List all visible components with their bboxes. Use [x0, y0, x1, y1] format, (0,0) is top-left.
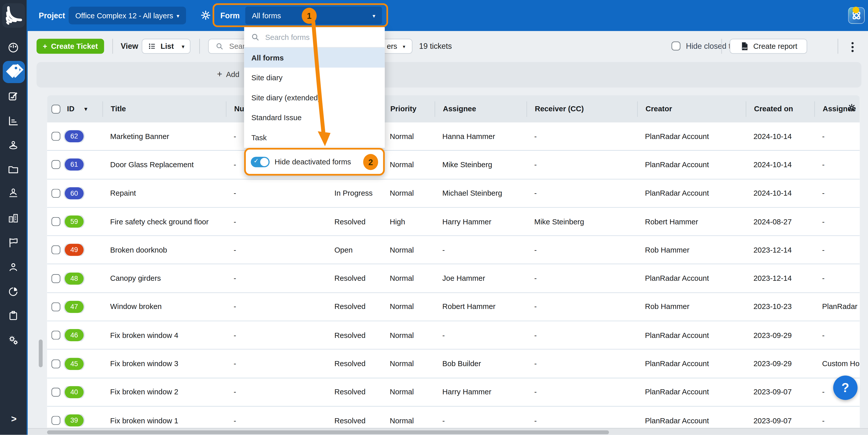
- check-icon: ✓: [253, 157, 258, 165]
- row-checkbox[interactable]: [47, 388, 63, 397]
- table-row[interactable]: 46 Fix broken window 4 - Resolved Normal…: [47, 321, 860, 350]
- sidebar-item-statistics[interactable]: [0, 110, 27, 132]
- row-checkbox[interactable]: [47, 416, 63, 425]
- ticket-id-cell: 49: [64, 244, 102, 256]
- hide-deactivated-toggle[interactable]: ✓: [251, 156, 270, 167]
- ticket-assignee-cell: -: [435, 416, 526, 425]
- row-checkbox[interactable]: [47, 274, 63, 283]
- help-button[interactable]: ?: [833, 376, 858, 400]
- form-search-input[interactable]: [264, 32, 366, 42]
- column-header-title[interactable]: Title: [102, 101, 226, 117]
- hide-deactivated-forms-row: ✓ Hide deactivated forms 2: [244, 148, 385, 176]
- sidebar-item-projects[interactable]: [0, 207, 27, 229]
- row-checkbox[interactable]: [47, 331, 63, 340]
- ticket-id-cell: 62: [64, 130, 102, 143]
- create-report-button[interactable]: PDF Create report: [730, 39, 807, 54]
- form-option[interactable]: All forms: [244, 48, 385, 67]
- sidebar-item-site-diary[interactable]: [0, 85, 27, 108]
- ticket-id-cell: 47: [64, 301, 102, 313]
- ticket-status-cell: Open: [327, 246, 382, 254]
- table-row[interactable]: 62 Marketing Banner - Normal Hanna Hamme…: [47, 122, 860, 151]
- form-option[interactable]: Site diary: [244, 67, 385, 88]
- hide-closed-checkbox[interactable]: [672, 42, 680, 51]
- vertical-scrollbar-thumb[interactable]: [39, 340, 43, 367]
- ticket-id-cell: 39: [64, 414, 102, 427]
- sidebar-item-tickets-active[interactable]: [3, 61, 25, 83]
- form-dropdown-panel: All formsSite diarySite diary (extended)…: [244, 27, 385, 148]
- hide-deactivated-label: Hide deactivated forms: [275, 157, 351, 166]
- ticket-id-badge: 39: [65, 414, 84, 427]
- project-settings-button[interactable]: [200, 9, 212, 21]
- planradar-app: > Project Office Complex 12 - All layers…: [0, 0, 868, 435]
- add-filter-button[interactable]: + Add: [217, 66, 240, 82]
- ticket-status-cell: In Progress: [327, 189, 382, 197]
- table-row[interactable]: 61 Door Glass Replacement - Normal Mike …: [47, 151, 860, 179]
- sort-caret-icon[interactable]: ▾: [84, 106, 87, 112]
- create-ticket-button[interactable]: + Create Ticket: [37, 39, 104, 54]
- row-checkbox[interactable]: [47, 160, 63, 169]
- table-row[interactable]: 45 Fix broken window 3 - Resolved Normal…: [47, 350, 860, 378]
- ticket-priority-cell: Normal: [382, 359, 435, 368]
- sidebar-item-approvals[interactable]: [0, 183, 27, 205]
- form-search-row[interactable]: [244, 27, 385, 48]
- project-dropdown[interactable]: Office Complex 12 - All layers ▾: [68, 7, 186, 24]
- view-mode-dropdown[interactable]: List ▾: [142, 39, 190, 54]
- ticket-creator-cell: PlanRadar Account: [637, 388, 746, 396]
- gear-icon: [847, 103, 856, 112]
- sidebar-item-reports[interactable]: [0, 280, 27, 302]
- table-row[interactable]: 59 Fire safety check ground floor - Reso…: [47, 208, 860, 236]
- form-option[interactable]: Standard Issue: [244, 108, 385, 128]
- column-settings-button[interactable]: [847, 103, 856, 112]
- sidebar-item-dashboard[interactable]: [0, 37, 27, 59]
- horizontal-scrollbar-thumb[interactable]: [47, 430, 609, 434]
- column-header-receiver[interactable]: Receiver (CC): [526, 101, 637, 117]
- sidebar-nav: >: [0, 0, 28, 435]
- ticket-title-cell: Fix broken window 3: [102, 359, 226, 368]
- ticket-id-badge: 48: [65, 272, 84, 285]
- sidebar-item-contacts[interactable]: [0, 256, 27, 278]
- sidebar-item-tasks[interactable]: [0, 304, 27, 327]
- column-header-assignee[interactable]: Assignee: [435, 101, 526, 117]
- sidebar-item-documents[interactable]: [0, 158, 27, 180]
- sidebar-item-flags[interactable]: [0, 231, 27, 254]
- ticket-assignee-cell: Joe Hammer: [435, 274, 526, 283]
- row-checkbox[interactable]: [47, 189, 63, 198]
- ticket-assignee-cell: -: [435, 331, 526, 340]
- row-checkbox[interactable]: [47, 217, 63, 226]
- stamp-icon: [7, 188, 19, 200]
- table-row[interactable]: 39 Fix broken window 1 - Resolved Normal…: [47, 407, 860, 428]
- select-all-checkbox[interactable]: [47, 101, 63, 117]
- table-row[interactable]: 48 Canopy girders - Resolved Normal Joe …: [47, 264, 860, 293]
- ticket-assigned-cell: -: [814, 246, 860, 254]
- planradar-logo[interactable]: [2, 3, 25, 28]
- gears-icon: [7, 334, 19, 346]
- ticket-created-on-cell: 2023-09-07: [746, 416, 814, 425]
- ticket-status-cell: Resolved: [327, 274, 382, 283]
- sidebar-collapse-chevron[interactable]: >: [0, 411, 28, 428]
- filter-bar: [37, 62, 861, 87]
- row-checkbox[interactable]: [47, 132, 63, 141]
- topbar: Project Office Complex 12 - All layers ▾…: [28, 0, 868, 31]
- table-row[interactable]: 47 Window broken - Resolved Normal Rober…: [47, 293, 860, 321]
- ticket-receiver-cell: -: [526, 274, 637, 283]
- pie-chart-icon: [7, 285, 19, 297]
- form-option[interactable]: Site diary (extended): [244, 88, 385, 108]
- svg-text:PDF: PDF: [742, 47, 747, 50]
- more-options-button[interactable]: [849, 40, 856, 54]
- ticket-receiver-cell: -: [526, 388, 637, 396]
- toolbar-divider: [721, 39, 722, 54]
- sidebar-item-settings[interactable]: [0, 329, 27, 351]
- project-dropdown-value: Office Complex 12 - All layers: [75, 11, 173, 20]
- column-header-creator[interactable]: Creator: [637, 101, 746, 117]
- column-header-id[interactable]: ID▾: [64, 101, 102, 117]
- table-row[interactable]: 49 Broken doorknob - Open Normal - - Rob…: [47, 236, 860, 264]
- column-header-priority[interactable]: Priority: [382, 101, 435, 117]
- table-row[interactable]: 60 Repaint - In Progress Normal Michael …: [47, 179, 860, 208]
- row-checkbox[interactable]: [47, 302, 63, 311]
- column-header-created-on[interactable]: Created on: [746, 101, 814, 117]
- sidebar-item-attendance[interactable]: [0, 134, 27, 156]
- table-row[interactable]: 40 Fix broken window 2 - Resolved Normal…: [47, 378, 860, 407]
- form-option[interactable]: Task: [244, 128, 385, 148]
- row-checkbox[interactable]: [47, 359, 63, 368]
- row-checkbox[interactable]: [47, 245, 63, 254]
